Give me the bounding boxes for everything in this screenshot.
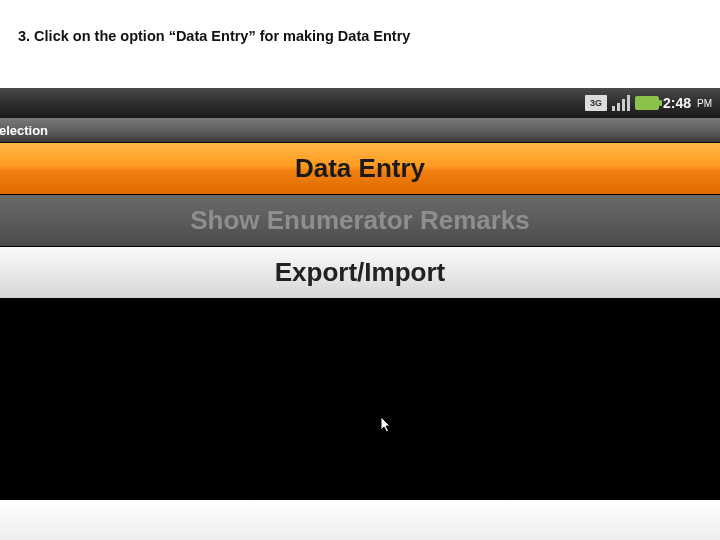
option-label: Data Entry bbox=[295, 153, 425, 184]
cursor-icon bbox=[380, 416, 392, 434]
signal-icon bbox=[612, 95, 630, 111]
option-data-entry[interactable]: Data Entry bbox=[0, 142, 720, 194]
status-time: 2:48 bbox=[663, 95, 691, 111]
instruction-text: 3. Click on the option “Data Entry” for … bbox=[0, 0, 720, 56]
option-list: Data Entry Show Enumerator Remarks Expor… bbox=[0, 142, 720, 298]
status-ampm: PM bbox=[697, 98, 712, 109]
slide-footer bbox=[0, 500, 720, 540]
battery-icon bbox=[635, 96, 659, 110]
network-3g-icon: 3G bbox=[585, 95, 607, 111]
option-export-import[interactable]: Export/Import bbox=[0, 246, 720, 298]
android-status-bar: 3G 2:48 PM bbox=[0, 88, 720, 118]
option-label: Show Enumerator Remarks bbox=[190, 205, 530, 236]
phone-screen: 3G 2:48 PM ter Selection Data Entry Show… bbox=[0, 88, 720, 500]
screen-title: ter Selection bbox=[0, 118, 720, 142]
option-show-enumerator-remarks[interactable]: Show Enumerator Remarks bbox=[0, 194, 720, 246]
option-label: Export/Import bbox=[275, 257, 445, 288]
